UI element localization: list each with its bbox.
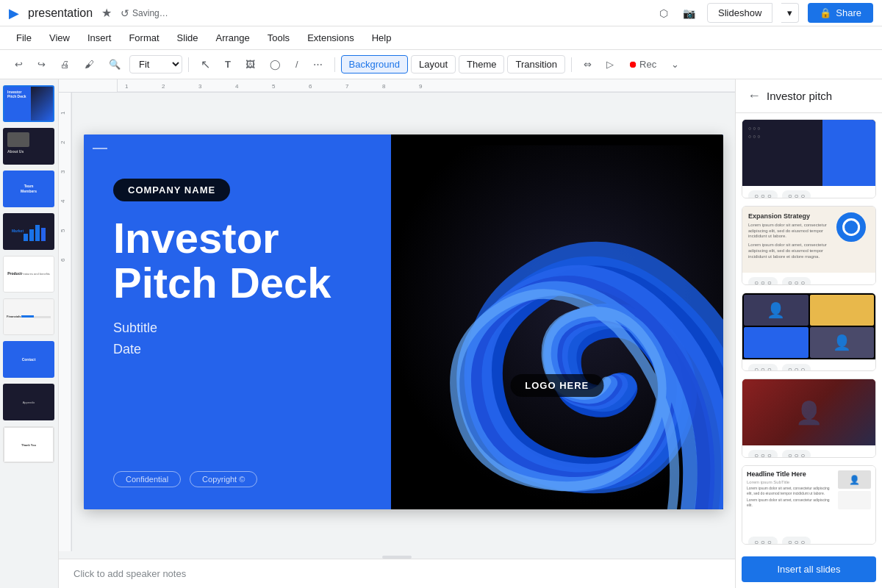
back-button[interactable]: ← bbox=[747, 88, 761, 104]
slide-footer: Confidential Copyright © bbox=[113, 471, 406, 487]
slide-title[interactable]: Investor Pitch Deck bbox=[113, 216, 406, 306]
company-name-badge[interactable]: COMPANY NAME bbox=[113, 179, 230, 201]
image-tool[interactable]: 🖼 bbox=[240, 56, 261, 73]
ruler-corner bbox=[59, 79, 118, 93]
camera-icon-btn[interactable]: 📷 bbox=[680, 4, 698, 22]
main-content: InvestorPitch Deck About Us TeamMembers … bbox=[0, 79, 882, 588]
template-card-1[interactable]: Expansion Strategy Lorem ipsum dolor sit… bbox=[742, 206, 876, 285]
template-footer-2: ○ ○ ○ ○ ○ ○ bbox=[742, 359, 875, 372]
menu-tools[interactable]: Tools bbox=[260, 29, 297, 46]
lock-icon: 🔒 bbox=[820, 7, 831, 18]
text-tool[interactable]: T bbox=[219, 56, 237, 73]
canvas-wrapper: 1 2 3 4 5 6 7 8 9 1 2 3 bbox=[59, 79, 735, 588]
presentation-icon: ▶ bbox=[9, 5, 19, 21]
star-icon[interactable]: ★ bbox=[101, 6, 112, 20]
present-icon-btn[interactable]: ⬡ bbox=[656, 4, 671, 22]
svg-text:3: 3 bbox=[60, 170, 66, 173]
slideshow-dropdown[interactable]: ▾ bbox=[781, 3, 799, 23]
slide-thumb-8[interactable]: Appendix bbox=[3, 384, 54, 420]
spiral-svg bbox=[391, 135, 723, 509]
copyright-badge[interactable]: Copyright © bbox=[190, 471, 257, 487]
share-button[interactable]: 🔒 Share bbox=[808, 3, 873, 23]
redo-button[interactable]: ↪ bbox=[32, 56, 51, 73]
more-options-button[interactable]: ⌄ bbox=[665, 56, 685, 73]
slide-subtitle[interactable]: Subtitle Date bbox=[113, 318, 406, 360]
notes-area[interactable]: Click to add speaker notes bbox=[59, 559, 735, 588]
svg-text:9: 9 bbox=[419, 83, 423, 90]
menu-bar: File View Insert Format Slide Arrange To… bbox=[0, 26, 882, 50]
canvas-area[interactable]: COMPANY NAME Investor Pitch Deck Subtitl… bbox=[72, 93, 735, 551]
menu-view[interactable]: View bbox=[42, 29, 77, 46]
line-tool[interactable]: / bbox=[290, 56, 304, 73]
menu-insert[interactable]: Insert bbox=[80, 29, 119, 46]
doc-title[interactable]: presentation bbox=[28, 7, 93, 20]
template-footer-4: ○ ○ ○ ○ ○ ○ bbox=[742, 532, 875, 545]
paint-format-button[interactable]: 🖌 bbox=[79, 56, 100, 73]
slide-thumb-3[interactable]: TeamMembers bbox=[3, 171, 54, 207]
transition-button[interactable]: Transition bbox=[507, 55, 565, 74]
right-panel-content: ○ ○ ○ ○ ○ ○ ○ ○ ○ ○ ○ ○ Expansion bbox=[736, 113, 882, 551]
template-footer-3: ○ ○ ○ ○ ○ ○ bbox=[742, 445, 875, 458]
slide-thumb-9[interactable]: Thank You bbox=[3, 426, 54, 463]
svg-text:5: 5 bbox=[60, 229, 66, 232]
svg-text:6: 6 bbox=[60, 258, 66, 262]
template-card-2[interactable]: 👤 👤 ○ ○ ○ ○ ○ ○ bbox=[742, 293, 876, 372]
more-tool[interactable]: ⋯ bbox=[307, 56, 329, 73]
rec-button[interactable]: ⏺ Rec bbox=[623, 56, 662, 73]
toolbar: ↩ ↪ 🖨 🖌 🔍 Fit 50% 75% 100% ↖ T 🖼 ◯ / ⋯ B… bbox=[0, 50, 882, 79]
template-card-4[interactable]: Headline Title Here Lorem ipsum SubTitle… bbox=[742, 465, 876, 545]
slide-panel: InvestorPitch Deck About Us TeamMembers … bbox=[0, 79, 59, 588]
slide-dash bbox=[93, 148, 107, 149]
layout-button[interactable]: Layout bbox=[411, 55, 456, 74]
slide-thumb-5[interactable]: Product Features and benefits bbox=[3, 256, 54, 293]
top-bar: ▶ presentation ★ ↺ Saving… ⬡ 📷 Slideshow… bbox=[0, 0, 882, 26]
svg-text:6: 6 bbox=[309, 83, 312, 90]
slideshow-button[interactable]: Slideshow bbox=[707, 3, 772, 23]
pointer-button[interactable]: ▷ bbox=[600, 56, 620, 73]
slide-thumb-4[interactable]: Market bbox=[3, 213, 54, 250]
divider-3 bbox=[571, 57, 572, 72]
rec-icon: ⏺ bbox=[628, 59, 638, 70]
presentation-slide[interactable]: COMPANY NAME Investor Pitch Deck Subtitl… bbox=[84, 135, 723, 509]
template-footer-1: ○ ○ ○ ○ ○ ○ bbox=[742, 273, 875, 285]
saving-status: ↺ Saving… bbox=[121, 7, 168, 19]
print-button[interactable]: 🖨 bbox=[54, 56, 76, 73]
theme-button[interactable]: Theme bbox=[459, 55, 504, 74]
panel-title: Investor pitch bbox=[767, 90, 832, 102]
slide-graphic: LOGO HERE bbox=[391, 135, 723, 509]
slide-left: COMPANY NAME Investor Pitch Deck Subtitl… bbox=[84, 135, 436, 509]
notes-placeholder[interactable]: Click to add speaker notes bbox=[74, 568, 186, 579]
zoom-select[interactable]: Fit 50% 75% 100% bbox=[129, 55, 182, 74]
slide-right: LOGO HERE bbox=[391, 135, 723, 509]
menu-file[interactable]: File bbox=[9, 29, 39, 46]
cursor-tool[interactable]: ↖ bbox=[195, 54, 216, 74]
slide-thumb-7[interactable]: Contact bbox=[3, 341, 54, 378]
template-footer-0: ○ ○ ○ ○ ○ ○ bbox=[742, 186, 875, 198]
template-card-0[interactable]: ○ ○ ○ ○ ○ ○ ○ ○ ○ ○ ○ ○ bbox=[742, 119, 876, 198]
menu-slide[interactable]: Slide bbox=[170, 29, 206, 46]
shape-tool[interactable]: ◯ bbox=[264, 56, 287, 73]
template-preview-4: Headline Title Here Lorem ipsum SubTitle… bbox=[742, 466, 875, 532]
zoom-button[interactable]: 🔍 bbox=[103, 56, 126, 73]
template-card-3[interactable]: 👤 ○ ○ ○ ○ ○ ○ bbox=[742, 379, 876, 458]
menu-format[interactable]: Format bbox=[121, 29, 166, 46]
slide-thumb-2[interactable]: About Us bbox=[3, 128, 54, 165]
svg-text:4: 4 bbox=[60, 199, 66, 203]
menu-arrange[interactable]: Arrange bbox=[209, 29, 257, 46]
resize-button[interactable]: ⇔ bbox=[578, 56, 598, 73]
slide-thumb-6[interactable]: Financials bbox=[3, 298, 54, 335]
menu-extensions[interactable]: Extensions bbox=[300, 29, 362, 46]
undo-button[interactable]: ↩ bbox=[9, 56, 29, 73]
insert-all-slides-button[interactable]: Insert all slides bbox=[742, 556, 876, 582]
confidential-badge[interactable]: Confidential bbox=[113, 471, 181, 487]
slide-thumb-1[interactable]: InvestorPitch Deck bbox=[3, 85, 54, 122]
template-preview-1: Expansion Strategy Lorem ipsum dolor sit… bbox=[742, 207, 875, 273]
background-button[interactable]: Background bbox=[341, 55, 408, 74]
divider-2 bbox=[334, 57, 335, 72]
right-panel-header: ← Investor pitch bbox=[736, 79, 882, 113]
logo-here-badge[interactable]: LOGO HERE bbox=[510, 374, 603, 397]
menu-help[interactable]: Help bbox=[365, 29, 399, 46]
saving-icon: ↺ bbox=[121, 7, 129, 19]
svg-text:4: 4 bbox=[235, 83, 239, 90]
svg-text:2: 2 bbox=[60, 140, 66, 144]
